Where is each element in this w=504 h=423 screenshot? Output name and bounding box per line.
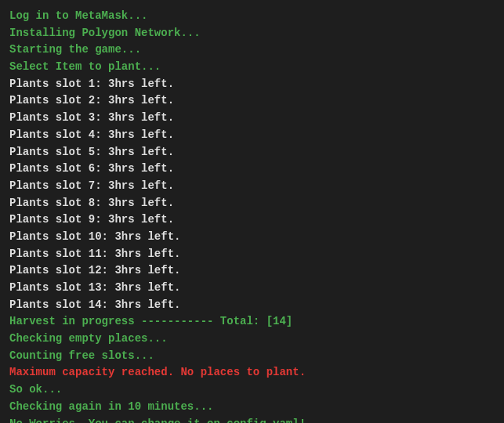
terminal-line: Plants slot 12: 3hrs left.	[9, 262, 495, 280]
terminal-line: So ok...	[9, 381, 495, 399]
terminal-line: Plants slot 13: 3hrs left.	[9, 280, 495, 297]
terminal-line: Installing Polygon Network...	[9, 25, 495, 42]
terminal-line: Harvest in progress ----------- Total: […	[9, 313, 495, 331]
terminal-line: Plants slot 10: 3hrs left.	[9, 229, 495, 246]
terminal-line: Plants slot 6: 3hrs left.	[9, 161, 495, 178]
terminal-line: Checking empty places...	[9, 331, 495, 348]
terminal-line: Starting the game...	[9, 42, 495, 59]
terminal-line: Counting free slots...	[9, 348, 495, 365]
terminal-window: Log in to MetaMask...Installing Polygon …	[0, 0, 504, 423]
terminal-line: Plants slot 14: 3hrs left.	[9, 297, 495, 314]
terminal-line: Select Item to plant...	[9, 59, 495, 76]
terminal-line: No Worries. You can change it on config.…	[9, 416, 495, 424]
terminal-line: Plants slot 7: 3hrs left.	[9, 178, 495, 195]
terminal-line: Plants slot 5: 3hrs left.	[9, 144, 495, 161]
terminal-line: Plants slot 9: 3hrs left.	[9, 212, 495, 229]
terminal-line: Log in to MetaMask...	[9, 8, 495, 25]
terminal-line: Plants slot 4: 3hrs left.	[9, 127, 495, 144]
terminal-line: Plants slot 2: 3hrs left.	[9, 92, 495, 110]
terminal-line: Plants slot 1: 3hrs left.	[9, 76, 495, 93]
terminal-line: Checking again in 10 minutes...	[9, 399, 495, 416]
terminal-line: Maximum capacity reached. No places to p…	[9, 364, 495, 381]
terminal-line: Plants slot 11: 3hrs left.	[9, 246, 495, 263]
terminal-line: Plants slot 8: 3hrs left.	[9, 195, 495, 212]
terminal-line: Plants slot 3: 3hrs left.	[9, 110, 495, 127]
